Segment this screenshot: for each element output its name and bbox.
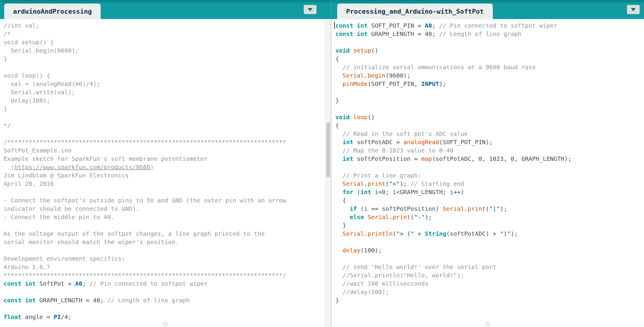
code-line [335,38,644,46]
code-line: pinMode(SOFT_POT_PIN, INPUT); [335,80,644,88]
code-line: Serial.begin(9600); [4,46,331,55]
tab-Processing_and_Arduino-with_SoftPot[interactable]: Processing_and_Arduino-with_SoftPot [337,4,493,19]
code-line: // initialize serial ommunications at a … [335,63,644,71]
code-line [4,63,331,71]
code-line: // Read in the soft pot's ADC value [335,130,644,138]
code-line: } [335,221,644,229]
code-line: int softPotPosition = map(softPotADC, 0,… [335,155,644,163]
code-line: { [335,196,644,205]
code-line: Jim Lindblom @ SparkFun Electronics [4,171,331,180]
code-line: const int SoftPot = A0; // Pin connected… [4,279,331,288]
code-line [4,221,331,229]
code-line [335,105,644,113]
code-line: SoftPot_Example.ino [4,146,331,155]
code-line: for (int i=0; i<GRAPH_LENGTH; i++) [335,188,644,196]
tab-label: arduinoAndProcessing [13,8,92,15]
code-line: val = (analogRead(A0)/4); [4,80,331,88]
right-editor[interactable]: const int SOFT_POT_PIN = A0; // Pin conn… [331,19,644,327]
code-line [335,163,644,171]
code-line: //delay(100); [335,288,644,296]
code-line [4,113,331,121]
left-editor[interactable]: //int val;/*void setup() { Serial.begin(… [0,19,331,327]
code-line [4,188,331,196]
code-line: int softPotADC = analogRead(SOFT_POT_PIN… [335,138,644,146]
chevron-down-icon [631,8,636,11]
code-line: if (i == softPotPosition) Serial.print("… [335,205,644,213]
code-line: - Connect the middle pin to A0. [4,213,331,221]
code-line: April 28, 2016 [4,180,331,188]
code-line: { [335,121,644,130]
code-line: void loop() { [4,71,331,80]
code-line: const int SOFT_POT_PIN = A0; // Pin conn… [335,21,644,30]
code-line: */ [4,121,331,130]
right-horizontal-scroll-thumb[interactable] [485,322,490,326]
code-line: Serial.print("<"); // Starting end [335,180,644,188]
right-tabbar: Processing_and_Arduino-with_SoftPot [331,0,644,19]
text-cursor [334,22,335,29]
code-line [4,304,331,313]
code-line: - Connect the softpot's outside pins to … [4,196,331,205]
code-line: Serial.begin(9600); [335,71,644,80]
code-line: // Map the 0-1023 value to 0-40 [335,146,644,155]
code-line: //wait 100 millisecconds [335,279,644,288]
tab-label: Processing_and_Arduino-with_SoftPot [346,8,484,15]
code-line [335,254,644,263]
code-line [4,288,331,296]
code-line: As the voltage output of the softpot cha… [4,229,331,238]
right-editor-window: Processing_and_Arduino-with_SoftPot cons… [331,0,644,327]
code-line: //int val; [4,21,331,30]
left-editor-window: arduinoAndProcessing //int val;/*void se… [0,0,331,327]
code-line: void setup() [335,46,644,55]
left-tabbar: arduinoAndProcessing [0,0,331,19]
code-line: delay(100); [335,246,644,254]
code-line: Serial.println("> (" + String(softPotADC… [335,229,644,238]
code-line: } [335,96,644,105]
code-line: delay(100); [4,96,331,105]
code-line: /***************************************… [4,138,331,146]
code-line: indicator should be connected to GND). [4,205,331,213]
code-line: const int GRAPH_LENGTH = 40; // Length o… [335,30,644,38]
workspace: arduinoAndProcessing //int val;/*void se… [0,0,644,327]
code-line: void loop() [335,113,644,121]
code-line: // Print a line graph: [335,171,644,180]
code-line: /* [4,30,331,38]
code-line: void setup() { [4,38,331,46]
tab-arduinoAndProcessing[interactable]: arduinoAndProcessing [4,4,101,19]
code-line: else Serial.print("-"); [335,213,644,221]
code-line: Arduino 1.6.7 [4,263,331,271]
code-line: Development environment specifics: [4,254,331,263]
code-line: serial monitor should match the wiper's … [4,238,331,246]
code-line [335,238,644,246]
tab-menu-button[interactable] [627,5,640,14]
code-line [335,88,644,96]
chevron-down-icon [308,8,312,11]
code-line: const int GRAPH_LENGTH = 40; // Length o… [4,296,331,304]
code-line: { [335,55,644,63]
code-line [4,246,331,254]
code-line [4,130,331,138]
code-line: //Serial.println("Hello, world!"); [335,271,644,279]
code-line: } [4,55,331,63]
left-horizontal-scroll-thumb[interactable] [163,322,168,326]
code-line: // send 'Hello world!' over the serial p… [335,263,644,271]
code-line: (https://www.sparkfun.com/products/8680) [4,163,331,171]
tab-menu-button[interactable] [304,5,317,14]
code-line: } [4,105,331,113]
code-line: Serial.write(val); [4,88,331,96]
left-vertical-scrollbar[interactable] [325,19,331,327]
code-line: float angle = PI/4; [4,313,331,321]
code-line: Example sketch for SparkFun's soft membr… [4,155,331,163]
code-line: } [335,296,644,304]
left-scrollbar-thumb[interactable] [326,122,330,177]
code-line: ****************************************… [4,271,331,279]
